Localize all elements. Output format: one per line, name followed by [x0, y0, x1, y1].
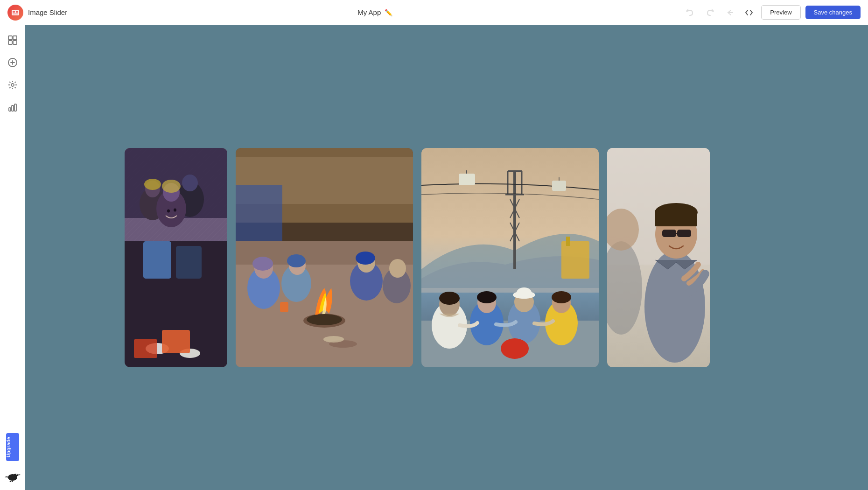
svg-point-40	[167, 210, 170, 213]
save-button[interactable]: Save changes	[805, 6, 861, 19]
svg-line-20	[10, 480, 11, 482]
svg-point-63	[389, 259, 406, 278]
slide-1-image	[125, 148, 227, 367]
sidebar: Upgrade	[0, 25, 25, 490]
svg-rect-64	[280, 302, 288, 312]
svg-rect-3	[13, 14, 18, 14]
svg-rect-8	[13, 41, 17, 44]
svg-point-53	[252, 257, 273, 271]
svg-rect-42	[162, 330, 190, 353]
app-title-label: My App	[357, 8, 381, 16]
slide-1[interactable]	[125, 148, 227, 367]
svg-point-34	[162, 180, 181, 193]
canvas-area	[25, 25, 868, 490]
svg-rect-39	[176, 246, 202, 279]
svg-rect-5	[8, 36, 12, 40]
svg-point-30	[182, 175, 198, 191]
svg-point-94	[517, 287, 532, 298]
app-name-label: Image Slider	[28, 8, 67, 16]
main-layout: Upgrade	[0, 25, 868, 490]
svg-point-12	[11, 84, 14, 86]
svg-point-66	[323, 336, 344, 343]
svg-rect-7	[8, 41, 12, 44]
svg-rect-80	[552, 181, 566, 191]
slide-4-image	[607, 148, 710, 367]
slide-3-image	[421, 148, 599, 367]
svg-rect-78	[459, 174, 475, 185]
svg-rect-48	[236, 185, 282, 241]
slide-2-image	[236, 148, 413, 367]
svg-rect-6	[13, 36, 17, 40]
svg-point-17	[14, 474, 18, 476]
svg-rect-82	[561, 241, 589, 279]
topbar-center: My App ✏️	[357, 8, 392, 16]
app-logo	[7, 5, 23, 21]
slide-3[interactable]	[421, 148, 599, 367]
svg-point-90	[477, 291, 497, 303]
svg-point-61	[356, 252, 375, 265]
svg-rect-43	[134, 339, 157, 358]
svg-point-87	[439, 292, 460, 305]
svg-point-98	[501, 338, 529, 359]
topbar-right: Preview Save changes	[683, 5, 861, 20]
topbar: Image Slider My App ✏️	[0, 0, 868, 25]
edit-title-icon[interactable]: ✏️	[385, 9, 392, 16]
redo-button[interactable]	[702, 5, 717, 20]
svg-point-58	[307, 314, 342, 325]
image-slider	[125, 148, 769, 367]
svg-rect-104	[677, 230, 691, 237]
svg-point-56	[287, 254, 306, 267]
svg-rect-107	[655, 212, 697, 226]
svg-point-19	[16, 474, 17, 475]
svg-rect-2	[16, 11, 18, 13]
svg-rect-83	[566, 237, 570, 246]
topbar-left: Image Slider	[7, 5, 67, 21]
code-button[interactable]	[742, 5, 756, 20]
sidebar-item-analytics[interactable]	[3, 98, 22, 117]
sidebar-item-settings[interactable]	[3, 76, 22, 94]
svg-rect-0	[12, 10, 19, 15]
back-button[interactable]	[722, 5, 737, 20]
svg-point-41	[174, 209, 176, 212]
svg-rect-13	[9, 108, 11, 111]
svg-rect-103	[662, 230, 676, 237]
upgrade-button[interactable]: Upgrade	[6, 433, 19, 461]
svg-point-97	[552, 291, 571, 303]
preview-button[interactable]: Preview	[761, 5, 800, 20]
svg-rect-38	[143, 241, 171, 279]
svg-rect-14	[12, 105, 14, 111]
slide-2[interactable]	[236, 148, 413, 367]
bird-mascot-icon	[3, 469, 22, 483]
svg-rect-1	[13, 11, 15, 13]
slide-4[interactable]	[607, 148, 710, 367]
sidebar-item-grid[interactable]	[3, 31, 22, 49]
svg-rect-15	[14, 104, 16, 111]
sidebar-item-add[interactable]	[3, 53, 22, 72]
svg-point-33	[144, 179, 161, 190]
undo-button[interactable]	[683, 5, 698, 20]
